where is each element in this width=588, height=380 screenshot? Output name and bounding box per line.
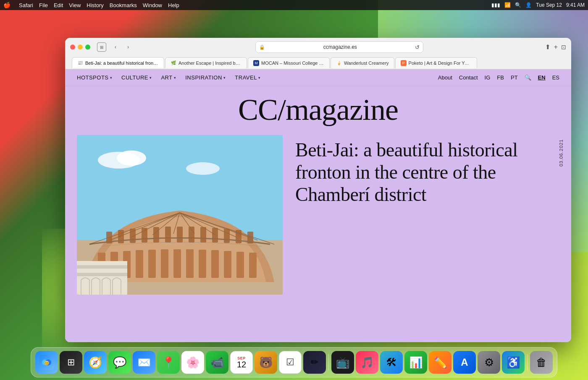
menubar-bookmarks[interactable]: Bookmarks (110, 2, 137, 8)
dock-calendar[interactable]: SEP 12 (230, 351, 253, 374)
browser-actions: ⬆ + ⊡ (545, 43, 566, 51)
dock-bear[interactable]: 🐻 (255, 351, 277, 374)
svg-rect-17 (249, 253, 257, 278)
dock-finder[interactable]: 😊 (35, 351, 58, 374)
svg-rect-33 (165, 227, 171, 243)
dock-numbers[interactable]: 📊 (404, 351, 427, 374)
tab-label-0: Beti-Jai: a beautiful historical fronton… (85, 61, 159, 66)
nav-inspiration-label: INSPIRATION (185, 74, 222, 81)
svg-rect-9 (148, 250, 156, 278)
dock-separator-2 (527, 354, 528, 371)
svg-rect-13 (199, 250, 206, 278)
dock-accessibility[interactable]: ♿ (502, 351, 525, 374)
share-icon[interactable]: ⬆ (545, 43, 551, 51)
wifi-icon: 📶 (504, 2, 511, 8)
dock-appletv[interactable]: 📺 (331, 351, 354, 374)
nav-art[interactable]: ART ▾ (161, 74, 176, 81)
nav-culture[interactable]: CULTURE ▾ (121, 74, 152, 81)
nav-inspiration[interactable]: INSPIRATION ▾ (185, 74, 226, 81)
travel-chevron-icon: ▾ (258, 76, 261, 80)
new-tab-icon[interactable]: + (554, 43, 558, 51)
inspiration-chevron-icon: ▾ (223, 76, 226, 80)
url-text[interactable]: ccmagazine.es (268, 44, 412, 50)
site-title-text: CC/magazine (238, 93, 398, 127)
tab-3[interactable]: 🍦 Wanderlust Creamery (331, 57, 394, 68)
nav-hotspots[interactable]: HOTSPOTS ▾ (77, 74, 112, 81)
browser-window: ⊞ ‹ › 🔒 ccmagazine.es ↺ ⬆ + ⊡ 📰 Beti-Jai… (65, 38, 571, 342)
menubar-edit[interactable]: Edit (54, 2, 63, 8)
nav-contact[interactable]: Contact (459, 74, 478, 81)
svg-rect-38 (224, 229, 230, 243)
nav-about[interactable]: About (438, 74, 452, 81)
reload-button[interactable]: ↺ (415, 44, 420, 50)
dock-maps[interactable]: 📍 (157, 351, 180, 374)
website-content: HOTSPOTS ▾ CULTURE ▾ ART ▾ INSPIRATION ▾… (65, 69, 571, 342)
dock-appstore[interactable]: A (453, 351, 476, 374)
dock-reminders[interactable]: ☑ (279, 351, 302, 374)
address-bar[interactable]: 🔒 ccmagazine.es ↺ (255, 41, 423, 53)
tab-4[interactable]: P Poketo | Art & Design For Your Every D… (395, 57, 477, 68)
menubar-view[interactable]: View (69, 2, 81, 8)
tab-0[interactable]: 📰 Beti-Jai: a beautiful historical front… (72, 57, 164, 68)
dock-support[interactable]: 🛠 (380, 351, 403, 374)
hero-area: CC/magazine (65, 86, 571, 342)
apple-menu[interactable]: 🍎 (3, 2, 10, 8)
dock-messages[interactable]: 💬 (108, 351, 131, 374)
maximize-button[interactable] (85, 45, 90, 50)
hotspots-chevron-icon: ▾ (110, 76, 113, 80)
nav-travel[interactable]: TRAVEL ▾ (235, 74, 260, 81)
menubar-time: 9:41 AM (566, 2, 585, 8)
menubar-datetime: Tue Sep 12 (536, 2, 562, 8)
tab-overview-button[interactable]: ⊞ (97, 42, 106, 52)
dock-photos[interactable]: 🌸 (181, 351, 204, 374)
forward-button[interactable]: › (122, 42, 134, 52)
svg-rect-15 (224, 251, 231, 278)
nav-lang-es[interactable]: ES (552, 74, 559, 81)
dock-launchpad[interactable]: ⊞ (60, 351, 82, 374)
back-button[interactable]: ‹ (110, 42, 121, 52)
dock-pencil[interactable]: ✏️ (429, 351, 452, 374)
svg-rect-35 (189, 227, 194, 243)
close-button[interactable] (70, 45, 75, 50)
dock-settings[interactable]: ⚙ (478, 351, 500, 374)
site-navigation: HOTSPOTS ▾ CULTURE ▾ ART ▾ INSPIRATION ▾… (65, 69, 571, 86)
nav-fb[interactable]: FB (497, 74, 504, 81)
nav-left: HOTSPOTS ▾ CULTURE ▾ ART ▾ INSPIRATION ▾… (77, 74, 260, 81)
svg-rect-39 (236, 230, 242, 243)
svg-rect-36 (200, 227, 206, 243)
svg-rect-12 (186, 249, 194, 278)
nav-pt[interactable]: PT (511, 74, 518, 81)
menubar-history[interactable]: History (87, 2, 103, 8)
menubar-window[interactable]: Window (143, 2, 162, 8)
tab-favicon-3: 🍦 (336, 60, 342, 66)
minimize-button[interactable] (78, 45, 83, 50)
dock-safari[interactable]: 🧭 (84, 351, 107, 374)
browser-toolbar: ⊞ ‹ › 🔒 ccmagazine.es ↺ ⬆ + ⊡ (65, 38, 571, 56)
menubar-app-name[interactable]: Safari (19, 2, 33, 8)
dock-mail[interactable]: ✉️ (133, 351, 155, 374)
nav-search-icon[interactable]: 🔍 (525, 74, 531, 81)
sidebar-icon[interactable]: ⊡ (561, 44, 566, 50)
dock-trash[interactable]: 🗑 (530, 351, 553, 374)
menubar-file[interactable]: File (39, 2, 48, 8)
user-icon[interactable]: 👤 (525, 2, 532, 8)
tab-label-4: Poketo | Art & Design For Your Every Day (409, 61, 472, 66)
svg-rect-42 (77, 265, 127, 269)
dock-freeform[interactable]: ✏ (303, 351, 326, 374)
dock-facetime[interactable]: 📹 (206, 351, 228, 374)
svg-rect-43 (77, 273, 127, 276)
search-icon[interactable]: 🔍 (515, 2, 521, 8)
tab-label-2: MOCAN – Missouri College & Career Attain… (261, 61, 324, 66)
art-chevron-icon: ▾ (174, 76, 176, 80)
culture-chevron-icon: ▾ (150, 76, 152, 80)
hero-text-area: Beti-Jai: a beautiful historical fronton… (295, 135, 559, 206)
nav-travel-label: TRAVEL (235, 74, 257, 81)
tab-2[interactable]: M MOCAN – Missouri College & Career Atta… (248, 57, 330, 68)
nav-ig[interactable]: IG (485, 74, 491, 81)
tab-1[interactable]: 🌿 Another Escape | Inspired by nature (165, 57, 247, 68)
nav-lang-en[interactable]: EN (538, 74, 546, 81)
hero-image (77, 135, 283, 295)
menubar-help[interactable]: Help (168, 2, 179, 8)
dock-music[interactable]: 🎵 (356, 351, 378, 374)
tab-favicon-0: 📰 (77, 60, 83, 66)
